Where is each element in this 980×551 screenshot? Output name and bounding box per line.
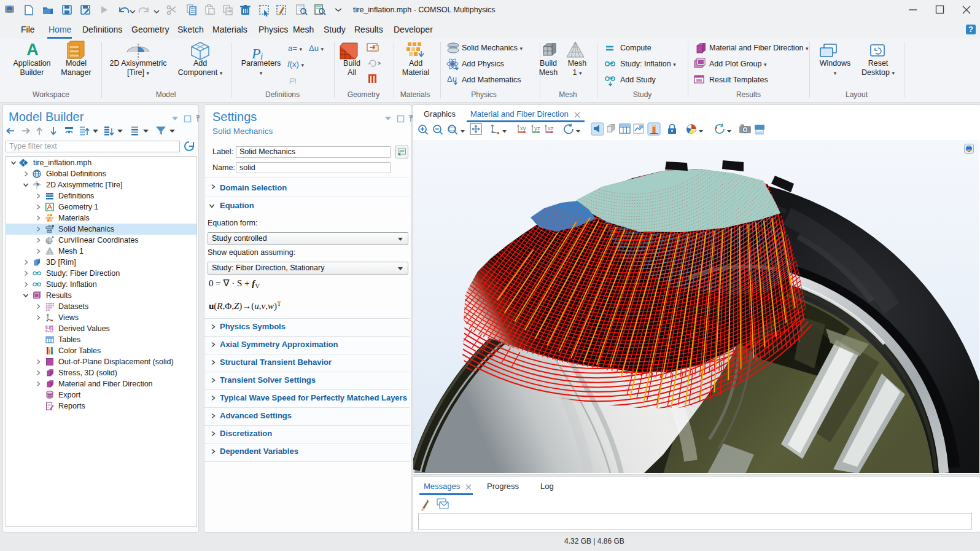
svg-text:e-12: e-12 [45,329,53,333]
svg-text:xy: xy [520,125,526,131]
svg-text:i: i [260,52,263,61]
svg-text:P: P [251,45,261,61]
svg-text:yz: yz [534,125,540,131]
svg-text:xz: xz [548,125,554,131]
